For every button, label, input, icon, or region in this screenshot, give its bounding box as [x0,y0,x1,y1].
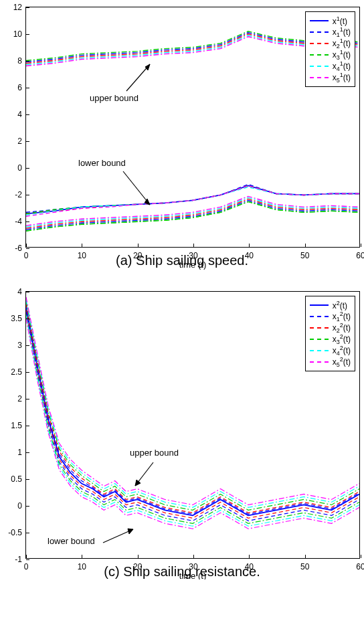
legend-swatch [310,304,329,306]
legend-label: x11(t) [333,26,351,38]
tick-label-x: 50 [300,251,309,260]
tick-label-y: 8 [5,56,22,66]
legend-swatch [310,339,329,340]
tick-mark-x [193,244,194,247]
figure-a: upper bound lower bound x1(t)x11(t)x21(t… [0,0,364,268]
figure-c: upper bound lower bound x2(t)x12(t)x22(t… [0,291,364,579]
legend-row: x12(t) [310,311,351,322]
plot-area-a: upper bound lower bound x1(t)x11(t)x21(t… [25,7,360,248]
tick-mark-x [26,555,27,558]
legend-a: x1(t)x11(t)x21(t)x31(t)x41(t)x51(t) [305,11,355,87]
tick-mark-y [26,399,29,399]
legend-row: x11(t) [310,27,351,37]
tick-label-x: 10 [78,251,86,260]
tick-mark-x [361,244,361,247]
tick-label-y: 10 [5,29,22,39]
legend-swatch [310,54,329,56]
legend-label: x31(t) [333,49,351,61]
arrow-lower-a [120,168,160,215]
tick-label-y: 1.5 [3,421,22,430]
tick-mark-y [26,61,29,62]
tick-label-y: 2 [3,394,22,404]
tick-label-x: 30 [189,251,197,260]
tick-label-y: 6 [5,83,22,92]
plot-area-c: upper bound lower bound x2(t)x12(t)x22(t… [25,291,360,559]
legend-row: x31(t) [310,50,351,60]
tick-mark-y [26,559,29,560]
tick-label-y: 1 [3,448,22,457]
legend-row: x21(t) [310,38,351,49]
tick-label-y: 3 [3,341,22,350]
tick-mark-x [305,244,306,247]
tick-mark-x [249,244,250,247]
tick-mark-y [26,479,29,480]
legend-row: x32(t) [310,334,351,345]
legend-label: x12(t) [333,310,351,323]
tick-label-x: 60 [356,251,364,260]
tick-mark-x [138,244,139,247]
tick-label-x: 60 [356,562,364,571]
tick-label-y: 2.5 [3,367,22,377]
legend-row: x1(t) [310,15,351,26]
tick-label-y: 0 [3,501,22,511]
legend-row: x42(t) [310,345,351,356]
annotation-upper-c: upper bound [130,448,179,458]
svg-line-2 [123,171,150,205]
legend-row: x51(t) [310,72,351,83]
legend-swatch [310,316,329,317]
tick-label-x: 20 [133,251,142,260]
tick-label-x: 20 [133,562,142,571]
legend-swatch [310,361,329,363]
legend-swatch [310,31,329,33]
tick-mark-y [26,195,29,195]
legend-c: x2(t)x12(t)x22(t)x32(t)x42(t)x52(t) [305,296,355,371]
tick-label-x: 40 [245,251,254,260]
legend-label: x52(t) [333,356,351,368]
tick-label-x: 50 [300,562,309,571]
arrow-upper-a [120,58,160,98]
annotation-lower-c: lower bound [48,536,95,546]
tick-label-y: -4 [5,217,22,226]
tick-mark-y [26,248,29,249]
tick-mark-y [26,345,29,346]
tick-mark-x [249,555,250,558]
tick-mark-x [26,244,27,247]
tick-mark-x [138,555,139,558]
tick-mark-y [26,221,29,222]
svg-marker-5 [135,480,141,486]
tick-mark-y [26,372,29,373]
legend-row: x22(t) [310,323,351,333]
svg-marker-7 [128,529,133,534]
tick-label-x: 0 [24,251,29,260]
tick-mark-y [26,319,29,319]
tick-mark-y [26,114,29,115]
tick-label-y: -1 [3,555,22,564]
tick-mark-y [26,88,29,88]
tick-mark-y [26,34,29,35]
legend-label: x1(t) [333,15,347,26]
legend-swatch [310,20,329,21]
legend-swatch [310,66,329,67]
tick-mark-y [26,292,29,292]
tick-mark-y [26,533,29,533]
tick-mark-y [26,452,29,453]
tick-mark-y [26,506,29,507]
x-axis-label-c: time (t) [179,571,206,579]
legend-row: x41(t) [310,61,351,72]
legend-swatch [310,350,329,351]
tick-mark-x [82,244,82,247]
tick-label-y: 0 [5,163,22,173]
tick-label-y: 4 [3,287,22,296]
arrow-lower-c [100,526,140,546]
legend-row: x52(t) [310,357,351,367]
tick-mark-x [361,555,361,558]
tick-label-y: -6 [5,244,22,253]
tick-label-y: -0.5 [3,528,22,537]
legend-label: x32(t) [333,333,351,345]
x-axis-label-a: time (t) [179,260,206,270]
legend-row: x2(t) [310,300,351,310]
tick-label-y: 4 [5,110,22,119]
annotation-lower-a: lower bound [78,158,126,168]
tick-mark-x [193,555,194,558]
tick-mark-x [305,555,306,558]
